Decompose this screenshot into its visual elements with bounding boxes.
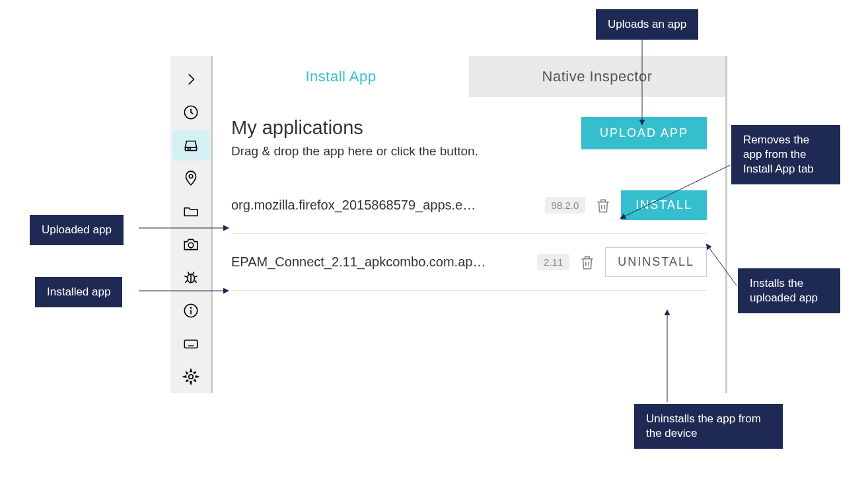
gear-icon — [182, 368, 199, 385]
delete-app-button[interactable] — [579, 254, 596, 271]
svg-point-3 — [190, 149, 190, 149]
install-button[interactable]: INSTALL — [621, 190, 707, 220]
callout-remove: Removes the app from the Install App tab — [731, 125, 840, 184]
sidebar-apps[interactable] — [172, 130, 209, 161]
bug-icon — [182, 269, 199, 286]
svg-point-4 — [189, 174, 192, 178]
callout-installed-app: Installed app — [35, 277, 122, 307]
svg-point-5 — [188, 243, 194, 248]
sidebar-bug[interactable] — [172, 262, 209, 293]
callout-installs: Installs the uploaded app — [738, 268, 840, 313]
sidebar-expand[interactable] — [172, 64, 209, 95]
trash-icon — [579, 254, 596, 271]
sidebar-settings[interactable] — [172, 362, 209, 392]
sidebar-compass[interactable] — [172, 97, 209, 128]
sidebar-keyboard[interactable] — [172, 328, 209, 359]
sidebar — [170, 56, 213, 393]
camera-icon — [182, 236, 199, 253]
app-name: org.mozilla.firefox_2015868579_apps.e… — [231, 198, 536, 213]
trash-icon — [595, 197, 612, 214]
callout-upload: Uploads an app — [596, 9, 698, 40]
svg-point-2 — [188, 149, 188, 149]
delete-app-button[interactable] — [595, 197, 612, 214]
tabs: Install App Native Inspector — [213, 56, 725, 97]
sidebar-info[interactable] — [172, 295, 209, 326]
uninstall-button[interactable]: UNINSTALL — [605, 247, 707, 277]
page-title: My applications — [231, 117, 478, 139]
sidebar-location[interactable] — [172, 163, 209, 194]
app-name: EPAM_Connect_2.11_apkcombo.com.ap… — [231, 254, 528, 270]
app-row-uploaded: org.mozilla.firefox_2015868579_apps.e… 9… — [231, 177, 707, 234]
location-icon — [182, 170, 199, 187]
sidebar-folder[interactable] — [172, 196, 209, 227]
sidebar-camera[interactable] — [172, 229, 209, 260]
svg-rect-10 — [184, 340, 198, 348]
content: My applications Drag & drop the app here… — [213, 97, 725, 297]
tab-native-inspector[interactable]: Native Inspector — [469, 56, 725, 97]
chevron-right-icon — [182, 71, 199, 88]
main-panel: Install App Native Inspector My applicat… — [213, 56, 725, 393]
page-subtitle: Drag & drop the app here or click the bu… — [231, 144, 478, 159]
svg-point-15 — [188, 375, 193, 379]
folder-icon — [182, 203, 199, 220]
header-row: My applications Drag & drop the app here… — [231, 117, 707, 159]
info-icon — [182, 302, 199, 319]
version-badge: 2.11 — [537, 254, 569, 270]
keyboard-icon — [182, 335, 199, 352]
app-row-installed: EPAM_Connect_2.11_apkcombo.com.ap… 2.11 … — [231, 234, 707, 291]
tab-install-app[interactable]: Install App — [213, 56, 469, 97]
svg-point-9 — [190, 307, 191, 308]
upload-app-button[interactable]: UPLOAD APP — [581, 117, 707, 149]
version-badge: 98.2.0 — [545, 197, 586, 213]
drive-icon — [182, 137, 199, 154]
compass-icon — [182, 104, 199, 121]
callout-uninstalls: Uninstalls the app from the device — [634, 404, 783, 449]
app-window: Install App Native Inspector My applicat… — [170, 56, 727, 393]
callout-uploaded-app: Uploaded app — [30, 215, 124, 245]
